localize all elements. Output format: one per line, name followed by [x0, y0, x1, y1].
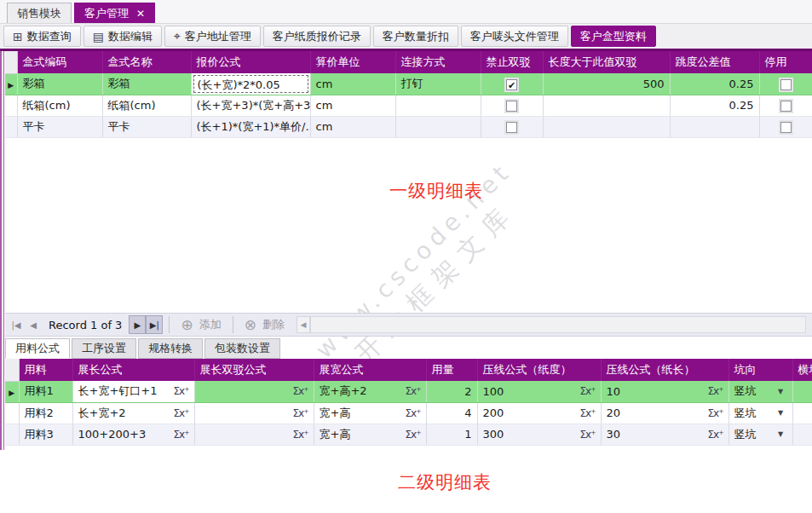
- cell-tolerance[interactable]: [670, 116, 759, 137]
- formula-editor-icon[interactable]: Σx⁺: [405, 429, 420, 441]
- table-row-selected[interactable]: ▶ 用料1 长+宽+钉口+1Σx⁺ Σx⁺ 宽+高+2Σx⁺ 2 100Σx⁺ …: [5, 381, 812, 402]
- cell-material[interactable]: 用料1: [19, 381, 72, 402]
- add-record-button[interactable]: ⊕ 添加: [181, 316, 221, 333]
- cell-cross-flute[interactable]: [792, 402, 812, 424]
- formula-editor-icon[interactable]: Σx⁺: [707, 385, 723, 397]
- cell-width-formula[interactable]: 宽+高Σx⁺: [314, 424, 426, 445]
- cell-box-name[interactable]: 彩箱: [102, 73, 191, 95]
- cell-len-double-formula[interactable]: Σx⁺: [194, 424, 314, 445]
- first-record-button[interactable]: |◀: [8, 315, 25, 334]
- cell-qty[interactable]: 1: [426, 424, 477, 445]
- formula-editor-icon[interactable]: Σx⁺: [292, 407, 308, 419]
- chevron-down-icon[interactable]: ▼: [775, 409, 787, 417]
- tab-customer-management[interactable]: 客户管理 ✕: [74, 3, 155, 23]
- checkbox-unchecked[interactable]: [506, 122, 517, 133]
- cell-box-code[interactable]: 平卡: [17, 116, 102, 137]
- checkbox-unchecked[interactable]: [506, 101, 517, 112]
- cell-quote-formula-editing[interactable]: (长+宽)*2*0.05: [191, 73, 310, 95]
- table-row[interactable]: 纸箱(cm) 纸箱(cm) (长+宽+3)*(宽+高+3... cm 0.25: [5, 95, 812, 116]
- customer-mark-file-button[interactable]: 客户唛头文件管理: [461, 26, 568, 47]
- cell-length-over[interactable]: [543, 116, 670, 137]
- col-header-join-method[interactable]: 连接方式: [395, 51, 481, 73]
- formula-text[interactable]: 200: [483, 406, 578, 419]
- cell-qty[interactable]: 4: [426, 402, 477, 424]
- cell-material[interactable]: 用料3: [19, 424, 72, 445]
- formula-text[interactable]: 长+宽+2: [78, 406, 171, 421]
- dropdown-value[interactable]: 竖坑: [734, 383, 775, 399]
- checkbox-checked[interactable]: ✔: [506, 79, 517, 90]
- prev-record-button[interactable]: ◀: [25, 315, 42, 334]
- cell-crease-paper-length[interactable]: 10Σx⁺: [601, 381, 728, 402]
- table-row-selected[interactable]: ▶ 彩箱 彩箱 (长+宽)*2*0.05 cm 打钉 ✔ 500 0.25: [5, 73, 812, 95]
- table-row[interactable]: 平卡 平卡 (长+1)*(宽+1)*单价/... cm: [5, 116, 812, 137]
- cell-len-formula[interactable]: 长+宽+2Σx⁺: [72, 402, 194, 424]
- col-header-cross-flute[interactable]: 横坑: [792, 359, 812, 381]
- data-edit-button[interactable]: ▤ 数据编辑: [84, 26, 162, 47]
- formula-editor-icon[interactable]: Σx⁺: [707, 429, 723, 441]
- cell-box-name[interactable]: 纸箱(cm): [102, 95, 191, 116]
- formula-text[interactable]: 宽+高+2: [320, 383, 403, 399]
- cell-crease-paper-width[interactable]: 200Σx⁺: [477, 402, 601, 424]
- cell-join-method[interactable]: [395, 95, 481, 116]
- cell-price-unit[interactable]: cm: [310, 73, 395, 95]
- cell-price-unit[interactable]: cm: [310, 95, 395, 116]
- cell-box-name[interactable]: 平卡: [102, 116, 191, 137]
- col-header-quote-formula[interactable]: 报价公式: [191, 51, 310, 73]
- checkbox-unchecked[interactable]: [780, 101, 792, 112]
- dropdown-value[interactable]: 竖坑: [734, 427, 775, 442]
- dropdown-value[interactable]: 竖坑: [734, 406, 775, 421]
- cell-cross-flute[interactable]: [792, 424, 812, 445]
- formula-text[interactable]: 20: [607, 406, 705, 419]
- cell-length-over[interactable]: [543, 95, 670, 116]
- tab-sales-module[interactable]: 销售模块: [7, 3, 72, 23]
- formula-editor-icon[interactable]: Σx⁺: [707, 407, 723, 419]
- col-header-tolerance[interactable]: 跳度公差值: [670, 51, 759, 73]
- tab-spec-conversion[interactable]: 规格转换: [138, 338, 203, 359]
- col-header-forbid-double[interactable]: 禁止双驳: [481, 51, 543, 73]
- col-header-crease-paper-width[interactable]: 压线公式（纸度）: [477, 359, 601, 381]
- cell-flute-direction[interactable]: 竖坑▼: [728, 381, 792, 402]
- cell-len-formula[interactable]: 100+200+3Σx⁺: [72, 424, 194, 445]
- close-icon[interactable]: ✕: [136, 8, 145, 20]
- last-record-button[interactable]: ▶|: [146, 315, 163, 334]
- formula-editor-icon[interactable]: Σx⁺: [405, 407, 420, 419]
- customer-box-type-button[interactable]: 客户盒型资料: [571, 26, 656, 47]
- formula-text[interactable]: 100+200+3: [78, 428, 171, 441]
- cell-crease-paper-length[interactable]: 30Σx⁺: [601, 424, 728, 445]
- cell-flute-direction[interactable]: 竖坑▼: [728, 402, 792, 424]
- formula-text[interactable]: 10: [607, 385, 705, 398]
- formula-editor-icon[interactable]: Σx⁺: [173, 407, 188, 419]
- checkbox-unchecked[interactable]: [780, 122, 792, 133]
- formula-text[interactable]: 宽+高: [320, 406, 403, 421]
- cell-price-unit[interactable]: cm: [310, 116, 395, 137]
- formula-text[interactable]: 30: [607, 428, 705, 441]
- formula-editor-icon[interactable]: Σx⁺: [292, 385, 308, 397]
- formula-editor-icon[interactable]: Σx⁺: [405, 385, 420, 397]
- formula-text[interactable]: 长+宽+钉口+1: [78, 383, 171, 399]
- formula-text[interactable]: 300: [483, 428, 578, 441]
- cell-tolerance[interactable]: 0.25: [670, 95, 759, 116]
- customer-paper-quote-button[interactable]: 客户纸质报价记录: [263, 26, 371, 47]
- chevron-down-icon[interactable]: ▼: [775, 388, 787, 395]
- cell-width-formula[interactable]: 宽+高+2Σx⁺: [314, 381, 426, 402]
- chevron-down-icon[interactable]: ▼: [775, 430, 787, 438]
- cell-quote-formula[interactable]: (长+1)*(宽+1)*单价/...: [191, 116, 310, 137]
- cell-box-code[interactable]: 彩箱: [17, 73, 102, 95]
- cell-material[interactable]: 用料2: [19, 402, 72, 424]
- cell-crease-paper-width[interactable]: 100Σx⁺: [477, 381, 601, 402]
- cell-crease-paper-width[interactable]: 300Σx⁺: [477, 424, 601, 445]
- checkbox-unchecked[interactable]: [780, 79, 792, 90]
- col-header-material[interactable]: 用料: [19, 359, 72, 381]
- cell-join-method[interactable]: 打钉: [395, 73, 481, 95]
- col-header-price-unit[interactable]: 算价单位: [310, 51, 395, 73]
- col-header-box-code[interactable]: 盒式编码: [17, 51, 102, 73]
- scrollbar-left-button[interactable]: ◀: [297, 316, 310, 333]
- cell-crease-paper-length[interactable]: 20Σx⁺: [601, 402, 728, 424]
- formula-editor-icon[interactable]: Σx⁺: [173, 429, 188, 441]
- tab-packing-qty-settings[interactable]: 包装数设置: [204, 338, 280, 359]
- col-header-len-formula[interactable]: 展长公式: [72, 359, 194, 381]
- cell-len-double-formula[interactable]: Σx⁺: [194, 402, 314, 424]
- cell-quote-formula[interactable]: (长+宽+3)*(宽+高+3...: [191, 95, 310, 116]
- formula-text[interactable]: 100: [483, 385, 578, 398]
- next-record-button[interactable]: ▶: [129, 315, 146, 334]
